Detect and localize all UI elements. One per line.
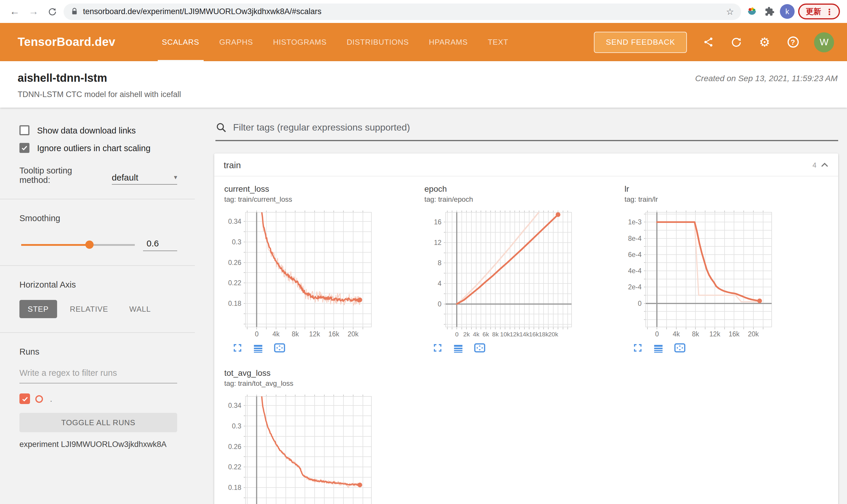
svg-text:12k: 12k — [709, 330, 721, 338]
svg-text:4k: 4k — [673, 330, 680, 338]
svg-text:0.18: 0.18 — [228, 300, 241, 307]
update-button[interactable]: 更新 ⋮ — [798, 3, 840, 19]
svg-text:12: 12 — [434, 239, 442, 247]
reload-data-icon[interactable] — [729, 35, 743, 49]
chart-tag: tag: train/epoch — [425, 195, 619, 203]
chart-canvas[interactable]: 04k8k12k16k20k02e-44e-46e-48e-41e-3 — [624, 210, 819, 342]
svg-text:6e-4: 6e-4 — [628, 251, 642, 258]
run-checkbox[interactable] — [19, 393, 30, 404]
checkbox-icon[interactable] — [19, 125, 30, 135]
svg-text:1e-3: 1e-3 — [628, 218, 642, 226]
svg-text:20k: 20k — [348, 330, 359, 338]
chart-canvas[interactable]: 04k8k12k16k20k0.180.220.260.30.34 — [224, 210, 418, 342]
svg-text:0.34: 0.34 — [228, 402, 241, 409]
experiment-created-timestamp: Created on Sep 13, 2021, 11:59:23 AM — [695, 72, 837, 83]
extension-bowl-icon[interactable] — [745, 6, 759, 17]
settings-gear-icon[interactable]: ⚙ — [758, 35, 772, 49]
divider — [0, 265, 195, 266]
log-scale-icon[interactable] — [653, 343, 664, 353]
account-avatar[interactable]: W — [814, 32, 834, 52]
divider — [0, 199, 195, 199]
svg-text:12k: 12k — [510, 331, 520, 338]
svg-text:4k: 4k — [473, 331, 480, 338]
update-label: 更新 — [806, 6, 821, 17]
bookmark-star-icon[interactable]: ☆ — [723, 6, 738, 17]
log-scale-icon[interactable] — [453, 343, 464, 353]
browser-profile-avatar[interactable]: k — [780, 4, 795, 19]
runs-label: Runs — [19, 347, 177, 356]
checkbox-show-download-links[interactable]: Show data download links — [19, 125, 177, 135]
divider — [0, 332, 195, 333]
slider-thumb[interactable] — [85, 240, 93, 249]
axis-relative-button[interactable]: RELATIVE — [62, 300, 116, 318]
chevron-up-icon[interactable] — [820, 162, 829, 168]
extensions-puzzle-icon[interactable] — [762, 6, 776, 16]
expand-chart-icon[interactable] — [232, 343, 242, 353]
svg-text:0: 0 — [438, 300, 442, 308]
svg-text:0.26: 0.26 — [228, 443, 241, 450]
browser-menu-icon[interactable]: ⋮ — [825, 7, 833, 16]
tab-hparams[interactable]: HPARAMS — [419, 23, 478, 61]
tab-text[interactable]: TEXT — [478, 23, 518, 61]
tag-filter-input[interactable] — [233, 122, 838, 133]
chart-canvas[interactable]: 02k4k6k8k10k12k14k16k18k20k0481216 — [425, 210, 619, 342]
forward-button[interactable]: → — [26, 4, 41, 19]
tab-histograms[interactable]: HISTOGRAMS — [263, 23, 337, 61]
chart-title: epoch — [425, 184, 619, 194]
svg-text:0.3: 0.3 — [232, 238, 241, 246]
svg-text:6k: 6k — [483, 331, 489, 338]
svg-text:16k: 16k — [328, 330, 340, 338]
checkbox-ignore-outliers[interactable]: Ignore outliers in chart scaling — [19, 143, 177, 153]
run-color-circle[interactable] — [35, 395, 43, 402]
chart-canvas[interactable]: 04k8k12k16k20k0.180.220.260.30.34 — [224, 394, 418, 504]
help-icon[interactable]: ? — [786, 35, 800, 49]
url-text: tensorboard.dev/experiment/LJI9MWUORLOw3… — [83, 7, 322, 16]
expand-chart-icon[interactable] — [633, 343, 643, 353]
train-section-card: train 4 current_loss tag: train/current_… — [214, 154, 838, 504]
axis-step-button[interactable]: STEP — [19, 300, 57, 318]
train-section-header[interactable]: train 4 — [214, 154, 838, 176]
nav-tabs: SCALARS GRAPHS HISTOGRAMS DISTRIBUTIONS … — [152, 23, 518, 61]
back-button[interactable]: ← — [7, 4, 22, 19]
tooltip-sort-select[interactable]: default ▾ — [112, 172, 177, 185]
svg-text:0.26: 0.26 — [228, 259, 241, 266]
svg-text:0: 0 — [455, 331, 459, 338]
fit-domain-icon[interactable] — [474, 343, 486, 353]
tab-scalars[interactable]: SCALARS — [152, 23, 209, 61]
section-title: train — [224, 160, 241, 170]
svg-text:8: 8 — [438, 259, 442, 267]
svg-text:12k: 12k — [309, 330, 320, 338]
tab-distributions[interactable]: DISTRIBUTIONS — [337, 23, 419, 61]
experiment-header: aishell-tdnn-lstm TDNN-LSTM CTC model fo… — [0, 61, 847, 108]
experiment-name: aishell-tdnn-lstm — [18, 72, 181, 85]
svg-text:18k: 18k — [539, 331, 549, 338]
app-header: TensorBoard.dev SCALARS GRAPHS HISTOGRAM… — [0, 23, 847, 61]
svg-text:2k: 2k — [463, 331, 470, 338]
fit-domain-icon[interactable] — [274, 343, 286, 353]
browser-refresh-button[interactable] — [45, 4, 60, 19]
expand-chart-icon[interactable] — [433, 343, 443, 353]
svg-text:8k: 8k — [692, 330, 699, 338]
smoothing-label: Smoothing — [19, 214, 177, 223]
chart-lr: lr tag: train/lr 04k8k12k16k20k02e-44e-4… — [624, 184, 819, 353]
app-logo[interactable]: TensorBoard.dev — [18, 35, 115, 49]
svg-text:16k: 16k — [729, 330, 740, 338]
send-feedback-button[interactable]: SEND FEEDBACK — [594, 32, 687, 53]
svg-text:0: 0 — [638, 300, 642, 307]
log-scale-icon[interactable] — [253, 343, 264, 353]
axis-wall-button[interactable]: WALL — [121, 300, 159, 318]
help-glyph: ? — [791, 38, 795, 46]
url-bar[interactable]: tensorboard.dev/experiment/LJI9MWUORLOw3… — [64, 3, 741, 20]
smoothing-slider[interactable] — [21, 244, 135, 246]
share-icon[interactable] — [701, 35, 715, 49]
checkbox-icon[interactable] — [19, 143, 30, 153]
svg-text:16k: 16k — [529, 331, 539, 338]
svg-text:0: 0 — [255, 330, 259, 338]
runs-filter-input[interactable] — [19, 365, 177, 383]
toggle-all-runs-button[interactable]: TOGGLE ALL RUNS — [19, 413, 177, 432]
tab-graphs[interactable]: GRAPHS — [209, 23, 263, 61]
chart-title: lr — [624, 184, 819, 194]
chart-title: current_loss — [224, 184, 418, 194]
fit-domain-icon[interactable] — [674, 343, 686, 353]
smoothing-value[interactable]: 0.6 — [143, 238, 177, 251]
